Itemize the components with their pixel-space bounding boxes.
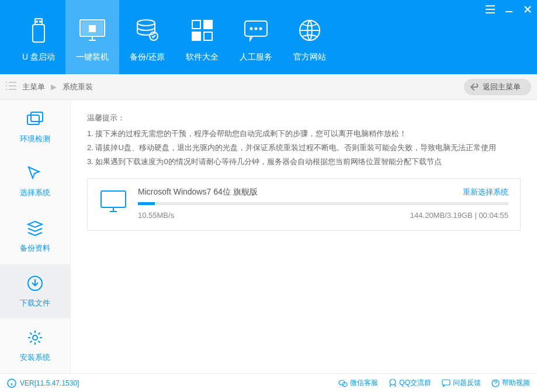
svg-point-19 xyxy=(259,28,261,30)
nav-one-click[interactable]: 一键装机 xyxy=(65,0,119,74)
svg-point-10 xyxy=(137,20,155,26)
wechat-icon xyxy=(338,379,348,387)
cursor-icon xyxy=(27,165,43,182)
svg-rect-12 xyxy=(192,20,200,29)
minimize-icon[interactable] xyxy=(503,4,515,15)
progress-bar xyxy=(138,202,508,205)
download-title: Microsoft Windows7 64位 旗舰版 xyxy=(138,187,258,197)
step-backup[interactable]: 备份资料 xyxy=(0,209,70,264)
step-install[interactable]: 安装系统 xyxy=(0,318,70,373)
footer-links: 微信客服 QQ交流群 问题反馈 帮助视频 xyxy=(338,378,530,388)
nav-website[interactable]: 官方网站 xyxy=(283,0,337,74)
nav-software[interactable]: 软件大全 xyxy=(175,0,229,74)
svg-point-29 xyxy=(390,379,396,385)
download-icon xyxy=(26,275,44,292)
system-monitor-icon xyxy=(99,189,127,216)
breadcrumb: 主菜单 ▶ 系统重装 xyxy=(6,82,93,92)
download-card: Microsoft Windows7 64位 旗舰版 重新选择系统 10.55M… xyxy=(87,178,521,231)
svg-point-3 xyxy=(40,21,41,22)
layers-icon xyxy=(26,110,44,128)
tips-list: 1. 接下来的过程无需您的干预，程序会帮助您自动完成剩下的步骤，您可以离开电脑稍… xyxy=(87,127,521,169)
svg-point-18 xyxy=(255,28,257,30)
apps-icon xyxy=(190,16,214,45)
usb-icon xyxy=(31,16,46,45)
progress-fill xyxy=(138,202,155,205)
breadcrumb-root[interactable]: 主菜单 xyxy=(22,82,45,92)
database-icon xyxy=(135,16,160,45)
nav-service[interactable]: 人工服务 xyxy=(229,0,283,74)
feedback-icon xyxy=(442,379,451,387)
list-icon xyxy=(6,82,16,92)
wechat-link[interactable]: 微信客服 xyxy=(338,378,378,388)
reselect-system-link[interactable]: 重新选择系统 xyxy=(463,187,508,197)
back-button[interactable]: 返回主菜单 xyxy=(464,79,531,95)
step-label: 选择系统 xyxy=(20,188,50,198)
close-icon[interactable] xyxy=(522,4,533,15)
nav-label: 人工服务 xyxy=(240,52,272,63)
step-label: 环境检测 xyxy=(20,134,50,144)
nav-backup[interactable]: 备份/还原 xyxy=(119,0,175,74)
nav-label: 备份/还原 xyxy=(130,52,165,63)
svg-rect-7 xyxy=(93,26,95,28)
svg-rect-6 xyxy=(89,26,92,28)
qq-icon xyxy=(389,379,397,388)
back-arrow-icon xyxy=(470,83,479,91)
monitor-icon xyxy=(78,16,106,45)
stack-icon xyxy=(26,220,44,237)
main-body: 环境检测 选择系统 备份资料 下载文件 安装系统 温馨提示： 1. 接下来的过程… xyxy=(0,100,537,373)
step-label: 下载文件 xyxy=(20,298,50,308)
step-select-system[interactable]: 选择系统 xyxy=(0,155,70,210)
svg-point-17 xyxy=(250,28,252,30)
tip-item: 3. 如果遇到下载速度为0的情况时请耐心等待几分钟，服务器会自动根据您当前网络位… xyxy=(87,155,521,169)
app-header: U 盘启动 一键装机 备份/还原 软件大全 人工服务 xyxy=(0,0,537,74)
version-info[interactable]: VER[11.5.47.1530] xyxy=(7,379,79,388)
breadcrumb-current: 系统重装 xyxy=(63,82,93,92)
step-label: 备份资料 xyxy=(20,243,50,254)
svg-rect-9 xyxy=(93,29,95,32)
nav-usb-boot[interactable]: U 盘启动 xyxy=(12,0,65,74)
download-progress: 144.20MB/3.19GB | 00:04:55 xyxy=(410,211,508,220)
window-controls xyxy=(484,4,533,15)
svg-point-2 xyxy=(36,21,37,22)
svg-rect-8 xyxy=(89,29,92,32)
nav-label: 软件大全 xyxy=(186,52,219,63)
nav-label: 一键装机 xyxy=(76,52,109,63)
svg-rect-15 xyxy=(204,32,212,40)
tips-title: 温馨提示： xyxy=(87,113,521,123)
help-link[interactable]: 帮助视频 xyxy=(491,378,530,388)
step-sidebar: 环境检测 选择系统 备份资料 下载文件 安装系统 xyxy=(0,100,71,373)
download-speed: 10.55MB/s xyxy=(138,211,174,220)
nav-label: 官方网站 xyxy=(293,52,326,63)
svg-rect-1 xyxy=(33,25,44,42)
sub-header: 主菜单 ▶ 系统重装 返回主菜单 xyxy=(0,74,537,100)
svg-rect-14 xyxy=(192,32,200,40)
svg-rect-21 xyxy=(27,115,39,124)
chat-icon xyxy=(243,16,269,45)
version-text: VER[11.5.47.1530] xyxy=(20,379,79,387)
download-body: Microsoft Windows7 64位 旗舰版 重新选择系统 10.55M… xyxy=(138,187,508,220)
tip-item: 2. 请拔掉U盘、移动硬盘，退出光驱内的光盘，并保证系统重装过程不断电。否则重装… xyxy=(87,141,521,155)
svg-rect-13 xyxy=(204,20,212,29)
step-label: 安装系统 xyxy=(20,352,50,363)
step-env-check[interactable]: 环境检测 xyxy=(0,100,70,155)
nav-label: U 盘启动 xyxy=(22,52,55,63)
step-download[interactable]: 下载文件 xyxy=(0,264,70,319)
top-nav: U 盘启动 一键装机 备份/还原 软件大全 人工服务 xyxy=(0,0,537,74)
status-bar: VER[11.5.47.1530] 微信客服 QQ交流群 问题反馈 帮助视频 xyxy=(0,373,537,392)
globe-icon xyxy=(298,16,321,45)
svg-point-24 xyxy=(33,335,37,340)
help-icon xyxy=(491,379,500,387)
tip-item: 1. 接下来的过程无需您的干预，程序会帮助您自动完成剩下的步骤，您可以离开电脑稍… xyxy=(87,127,521,141)
feedback-link[interactable]: 问题反馈 xyxy=(442,378,481,388)
gear-icon xyxy=(26,329,44,346)
qq-link[interactable]: QQ交流群 xyxy=(389,378,431,388)
svg-rect-30 xyxy=(442,380,450,385)
content-area: 温馨提示： 1. 接下来的过程无需您的干预，程序会帮助您自动完成剩下的步骤，您可… xyxy=(71,100,537,373)
back-label: 返回主菜单 xyxy=(483,82,521,92)
menu-icon[interactable] xyxy=(484,4,496,15)
svg-rect-22 xyxy=(31,112,43,122)
svg-rect-25 xyxy=(101,191,126,207)
chevron-right-icon: ▶ xyxy=(51,82,57,91)
info-icon xyxy=(7,379,16,388)
